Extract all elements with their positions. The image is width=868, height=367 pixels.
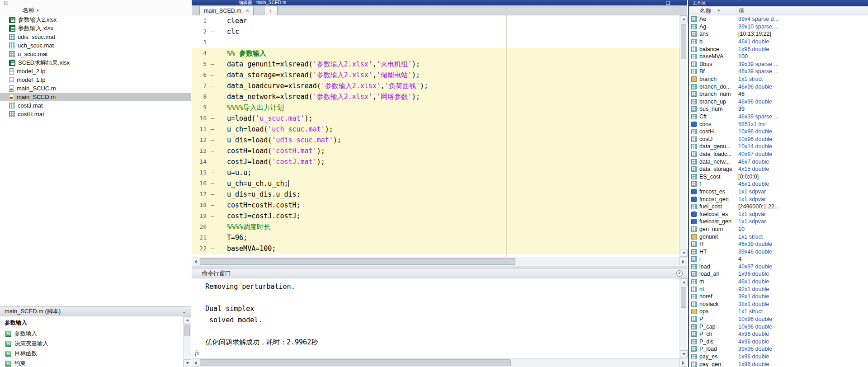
- column-divider[interactable]: [736, 7, 736, 14]
- scrollbar-thumb[interactable]: [200, 258, 515, 265]
- command-window-vertical-scrollbar[interactable]: [679, 278, 687, 358]
- command-window[interactable]: Removing perturbation. Dual simplex solv…: [192, 278, 679, 358]
- scroll-left-button[interactable]: [192, 359, 199, 367]
- workspace-variable-row[interactable]: ans[10;13;19;22]: [689, 30, 868, 38]
- breakpoint-dash[interactable]: —: [207, 59, 227, 70]
- breakpoint-dash[interactable]: —: [207, 167, 227, 178]
- workspace-variable-row[interactable]: b46x1 double: [689, 38, 868, 46]
- file-item[interactable]: uch_scuc.mat: [0, 41, 191, 50]
- breakpoint-dash[interactable]: —: [207, 243, 227, 254]
- workspace-variable-row[interactable]: Ae39x4 sparse d...: [689, 15, 868, 23]
- workspace-variable-row[interactable]: Bf46x39 sparse ...: [689, 68, 868, 75]
- file-item[interactable]: main_SCUC.m: [0, 84, 191, 93]
- code-line[interactable]: 16—u_ch=u_ch.u_ch;: [192, 178, 679, 189]
- code-line[interactable]: 6—data_storage=xlsread('参数输入2.xlsx','储能电…: [192, 70, 679, 80]
- code-line[interactable]: 8—data_network=xlsread('参数输入2.xlsx','网络参…: [192, 91, 679, 102]
- scroll-up-button[interactable]: [680, 278, 688, 286]
- breakpoint-dash[interactable]: —: [207, 91, 227, 102]
- command-window-horizontal-scrollbar[interactable]: [192, 358, 687, 367]
- file-item[interactable]: costH.mat: [0, 110, 191, 118]
- scrollbar-thumb[interactable]: [200, 359, 511, 366]
- workspace-variable-row[interactable]: fuelcost_es1x1 sdpvar: [689, 210, 868, 218]
- value-column-header[interactable]: 值: [739, 7, 745, 15]
- scroll-left-button[interactable]: [192, 258, 199, 265]
- code-line[interactable]: 10—u=load('u_scuc.mat');: [192, 113, 679, 124]
- workspace-variable-row[interactable]: Cft46x39 sparse ...: [689, 113, 868, 121]
- section-item[interactable]: 目标函数: [0, 348, 191, 358]
- code-line[interactable]: 17—u_dis=u_dis.u_dis;: [192, 189, 679, 200]
- workspace-variable-row[interactable]: data_loadc...40x97 double: [689, 151, 868, 158]
- tab-main-sced[interactable]: main_SCED.m ×: [199, 6, 254, 15]
- workspace-variable-row[interactable]: balance1x96 double: [689, 45, 868, 53]
- section-item[interactable]: 决策变量输入: [0, 339, 191, 348]
- collapse-panel-icon[interactable]: [676, 270, 683, 277]
- workspace-variable-row[interactable]: costJ10x96 double: [689, 136, 868, 143]
- workspace-variable-row[interactable]: P_dis4x96 double: [689, 338, 868, 346]
- editor-vertical-scrollbar[interactable]: [679, 15, 687, 257]
- workspace-variable-row[interactable]: pay_es1x96 double: [689, 353, 868, 361]
- close-icon[interactable]: ×: [246, 8, 249, 14]
- workspace-variable-row[interactable]: HT39x46 double: [689, 248, 868, 255]
- scrollbar-thumb[interactable]: [681, 287, 686, 308]
- code-line[interactable]: 20%%%%调度时长: [192, 221, 679, 232]
- workspace-variable-row[interactable]: data_netw...46x7 double: [689, 158, 868, 165]
- code-line[interactable]: 19—costJ=costJ.costJ;: [192, 211, 679, 221]
- scroll-right-button[interactable]: [679, 258, 687, 265]
- workspace-variable-row[interactable]: noref38x1 double: [689, 293, 868, 301]
- file-item[interactable]: 参数输入.xlsx: [0, 24, 191, 33]
- workspace-variable-row[interactable]: pay_gen1x96 double: [689, 360, 868, 367]
- new-tab-button[interactable]: +: [264, 6, 278, 15]
- editor-horizontal-scrollbar[interactable]: [192, 257, 687, 266]
- workspace-column-headers[interactable]: 名称 ▲ 值: [689, 6, 868, 15]
- file-item[interactable]: model_2.lp: [0, 67, 191, 75]
- file-item[interactable]: u_scuc.mat: [0, 50, 191, 58]
- code-line[interactable]: 22—baseMVA=100;: [192, 243, 679, 254]
- workspace-variable-row[interactable]: ES_cost[0;0;0;0]: [689, 173, 868, 180]
- breakpoint-dash[interactable]: —: [207, 124, 227, 135]
- workspace-variable-row[interactable]: noslack38x1 double: [689, 301, 868, 308]
- workspace-variable-row[interactable]: load40x97 double: [689, 263, 868, 271]
- scroll-right-button[interactable]: [679, 359, 687, 367]
- workspace-variable-row[interactable]: P_ch4x96 double: [689, 330, 868, 338]
- workspace-variable-row[interactable]: f46x1 double: [689, 180, 868, 188]
- workspace-variable-row[interactable]: Bbus39x39 sparse ...: [689, 61, 868, 68]
- workspace-variable-row[interactable]: data_storage4x15 double: [689, 165, 868, 173]
- code-line[interactable]: 5—data_genunit=xlsread('参数输入2.xlsx','火电机…: [192, 59, 679, 70]
- workspace-variable-row[interactable]: H46x39 double: [689, 240, 868, 248]
- file-item[interactable]: SCED求解结果.xlsx: [0, 58, 191, 67]
- workspace-variable-row[interactable]: ops1x1 struct: [689, 308, 868, 315]
- restore-window-icon[interactable]: [666, 1, 670, 5]
- workspace-variable-row[interactable]: m46x1 double: [689, 278, 868, 286]
- breakpoint-dash[interactable]: —: [207, 26, 227, 37]
- file-item[interactable]: model_1.lp: [0, 75, 191, 84]
- workspace-variable-row[interactable]: load_all1x96 double: [689, 270, 868, 278]
- chevron-down-icon[interactable]: ⌄: [182, 309, 186, 315]
- workspace-variable-row[interactable]: branch1x1 struct: [689, 75, 868, 83]
- workspace-variable-row[interactable]: P_load39x96 double: [689, 345, 868, 353]
- workspace-variable-row[interactable]: gen_num10: [689, 226, 868, 233]
- workspace-variable-row[interactable]: costH10x96 double: [689, 128, 868, 136]
- workspace-variable-row[interactable]: nl92x1 double: [689, 285, 868, 293]
- workspace-variable-row[interactable]: fuel_cost[2496000;1.22...: [689, 203, 868, 211]
- command-prompt-line[interactable]: fx >>: [205, 348, 679, 358]
- workspace-variable-row[interactable]: branch_num46: [689, 90, 868, 98]
- file-list-name-column-header[interactable]: 名称 ▾: [0, 5, 191, 15]
- scrollbar-thumb[interactable]: [681, 24, 686, 59]
- section-item[interactable]: 参数输入: [0, 329, 191, 339]
- workspace-variable-row[interactable]: fmcost_es1x1 sdpvar: [689, 188, 868, 196]
- scroll-down-button[interactable]: [184, 359, 191, 367]
- workspace-variable-row[interactable]: P10x96 double: [689, 315, 868, 323]
- breakpoint-dash[interactable]: —: [207, 80, 227, 91]
- breakpoint-dash[interactable]: —: [207, 189, 227, 200]
- breakpoint-dash[interactable]: —: [207, 113, 227, 124]
- code-line[interactable]: 18—costH=costH.costH;: [192, 200, 679, 211]
- scrollbar-thumb[interactable]: [184, 325, 190, 336]
- file-item[interactable]: udis_scuc.mat: [0, 33, 191, 41]
- workspace-variable-row[interactable]: bus_num39: [689, 105, 868, 113]
- code-line[interactable]: 14—costJ=load('costJ.mat');: [192, 156, 679, 167]
- workspace-variable-row[interactable]: cons5851x1 lmi: [689, 120, 868, 128]
- code-line[interactable]: 13—costH=load('costH.mat');: [192, 146, 679, 156]
- code-editor[interactable]: 1—clear2—clc34%% 参数输入5—data_genunit=xlsr…: [192, 15, 679, 257]
- workspace-variable-row[interactable]: i4: [689, 255, 868, 263]
- command-window-header[interactable]: 命令行窗口: [192, 268, 687, 278]
